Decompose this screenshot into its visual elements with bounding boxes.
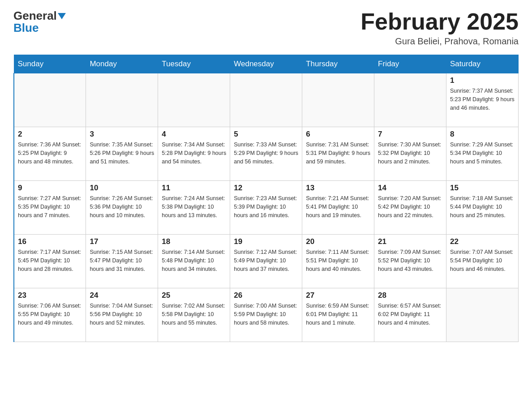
day-info: Sunrise: 7:02 AM Sunset: 5:58 PM Dayligh… [162,302,226,327]
day-number: 13 [306,184,370,193]
day-number: 16 [18,237,82,246]
day-number: 15 [450,184,515,193]
day-info: Sunrise: 7:07 AM Sunset: 5:54 PM Dayligh… [450,248,515,273]
day-number: 6 [306,130,370,139]
header-day-wednesday: Wednesday [230,55,302,73]
calendar-cell [230,73,302,127]
calendar-cell [14,73,86,127]
calendar-cell: 10Sunrise: 7:26 AM Sunset: 5:36 PM Dayli… [86,181,158,235]
title-block: February 2025 Gura Beliei, Prahova, Roma… [360,9,519,47]
day-info: Sunrise: 7:20 AM Sunset: 5:42 PM Dayligh… [378,194,442,219]
day-number: 14 [378,184,442,193]
calendar-cell: 12Sunrise: 7:23 AM Sunset: 5:39 PM Dayli… [230,181,302,235]
day-number: 5 [234,130,298,139]
day-info: Sunrise: 7:09 AM Sunset: 5:52 PM Dayligh… [378,248,442,273]
logo-triangle-icon [58,13,66,19]
header-day-sunday: Sunday [14,55,86,73]
day-info: Sunrise: 7:18 AM Sunset: 5:44 PM Dayligh… [450,194,515,219]
calendar-cell: 22Sunrise: 7:07 AM Sunset: 5:54 PM Dayli… [446,235,519,288]
day-number: 3 [90,130,154,139]
day-number: 23 [18,291,82,300]
page-header: General Blue February 2025 Gura Beliei, … [13,9,519,47]
calendar-cell: 8Sunrise: 7:29 AM Sunset: 5:34 PM Daylig… [446,127,519,181]
calendar-cell: 23Sunrise: 7:06 AM Sunset: 5:55 PM Dayli… [14,288,86,342]
day-info: Sunrise: 7:33 AM Sunset: 5:29 PM Dayligh… [234,141,298,166]
day-info: Sunrise: 7:23 AM Sunset: 5:39 PM Dayligh… [234,194,298,219]
calendar-cell: 3Sunrise: 7:35 AM Sunset: 5:26 PM Daylig… [86,127,158,181]
calendar-body: 1Sunrise: 7:37 AM Sunset: 5:23 PM Daylig… [14,73,519,342]
calendar-cell: 25Sunrise: 7:02 AM Sunset: 5:58 PM Dayli… [158,288,230,342]
week-row-4: 16Sunrise: 7:17 AM Sunset: 5:45 PM Dayli… [14,235,519,288]
day-number: 9 [18,184,82,193]
week-row-3: 9Sunrise: 7:27 AM Sunset: 5:35 PM Daylig… [14,181,519,235]
day-info: Sunrise: 7:00 AM Sunset: 5:59 PM Dayligh… [234,302,298,327]
day-info: Sunrise: 7:31 AM Sunset: 5:31 PM Dayligh… [306,141,370,166]
calendar-cell: 1Sunrise: 7:37 AM Sunset: 5:23 PM Daylig… [446,73,519,127]
month-title: February 2025 [360,9,519,34]
calendar-cell: 7Sunrise: 7:30 AM Sunset: 5:32 PM Daylig… [374,127,446,181]
calendar-cell [86,73,158,127]
location-title: Gura Beliei, Prahova, Romania [360,36,519,47]
header-row: SundayMondayTuesdayWednesdayThursdayFrid… [14,55,519,73]
header-day-thursday: Thursday [302,55,374,73]
day-number: 24 [90,291,154,300]
header-day-monday: Monday [86,55,158,73]
day-number: 10 [90,184,154,193]
day-info: Sunrise: 7:30 AM Sunset: 5:32 PM Dayligh… [378,141,442,166]
day-number: 27 [306,291,370,300]
calendar-cell: 14Sunrise: 7:20 AM Sunset: 5:42 PM Dayli… [374,181,446,235]
logo: General Blue [13,9,66,35]
week-row-5: 23Sunrise: 7:06 AM Sunset: 5:55 PM Dayli… [14,288,519,342]
day-info: Sunrise: 7:04 AM Sunset: 5:56 PM Dayligh… [90,302,154,327]
day-number: 21 [378,237,442,246]
day-number: 25 [162,291,226,300]
calendar-cell [446,288,519,342]
day-number: 4 [162,130,226,139]
calendar-header: SundayMondayTuesdayWednesdayThursdayFrid… [14,55,519,73]
calendar-cell: 24Sunrise: 7:04 AM Sunset: 5:56 PM Dayli… [86,288,158,342]
day-number: 26 [234,291,298,300]
calendar-cell: 4Sunrise: 7:34 AM Sunset: 5:28 PM Daylig… [158,127,230,181]
calendar-cell: 19Sunrise: 7:12 AM Sunset: 5:49 PM Dayli… [230,235,302,288]
week-row-2: 2Sunrise: 7:36 AM Sunset: 5:25 PM Daylig… [14,127,519,181]
calendar-cell: 2Sunrise: 7:36 AM Sunset: 5:25 PM Daylig… [14,127,86,181]
day-info: Sunrise: 7:14 AM Sunset: 5:48 PM Dayligh… [162,248,226,273]
day-number: 1 [450,76,515,85]
day-number: 20 [306,237,370,246]
calendar-cell [302,73,374,127]
day-info: Sunrise: 7:35 AM Sunset: 5:26 PM Dayligh… [90,141,154,166]
day-number: 2 [18,130,82,139]
calendar-cell: 17Sunrise: 7:15 AM Sunset: 5:47 PM Dayli… [86,235,158,288]
day-info: Sunrise: 7:17 AM Sunset: 5:45 PM Dayligh… [18,248,82,273]
calendar-cell: 21Sunrise: 7:09 AM Sunset: 5:52 PM Dayli… [374,235,446,288]
day-info: Sunrise: 7:11 AM Sunset: 5:51 PM Dayligh… [306,248,370,273]
calendar-cell: 5Sunrise: 7:33 AM Sunset: 5:29 PM Daylig… [230,127,302,181]
day-info: Sunrise: 7:24 AM Sunset: 5:38 PM Dayligh… [162,194,226,219]
header-day-tuesday: Tuesday [158,55,230,73]
day-info: Sunrise: 7:21 AM Sunset: 5:41 PM Dayligh… [306,194,370,219]
header-day-saturday: Saturday [446,55,519,73]
day-info: Sunrise: 7:12 AM Sunset: 5:49 PM Dayligh… [234,248,298,273]
day-number: 17 [90,237,154,246]
day-info: Sunrise: 7:15 AM Sunset: 5:47 PM Dayligh… [90,248,154,273]
day-info: Sunrise: 6:59 AM Sunset: 6:01 PM Dayligh… [306,302,370,327]
calendar-cell [374,73,446,127]
day-number: 28 [378,291,442,300]
day-number: 12 [234,184,298,193]
day-info: Sunrise: 7:37 AM Sunset: 5:23 PM Dayligh… [450,87,515,112]
day-info: Sunrise: 7:06 AM Sunset: 5:55 PM Dayligh… [18,302,82,327]
calendar-table: SundayMondayTuesdayWednesdayThursdayFrid… [13,55,519,342]
day-info: Sunrise: 7:27 AM Sunset: 5:35 PM Dayligh… [18,194,82,219]
logo-line2: Blue [13,21,39,35]
calendar-cell: 18Sunrise: 7:14 AM Sunset: 5:48 PM Dayli… [158,235,230,288]
day-info: Sunrise: 7:36 AM Sunset: 5:25 PM Dayligh… [18,141,82,166]
calendar-cell: 13Sunrise: 7:21 AM Sunset: 5:41 PM Dayli… [302,181,374,235]
day-info: Sunrise: 7:34 AM Sunset: 5:28 PM Dayligh… [162,141,226,166]
day-number: 22 [450,237,515,246]
day-info: Sunrise: 7:26 AM Sunset: 5:36 PM Dayligh… [90,194,154,219]
day-info: Sunrise: 7:29 AM Sunset: 5:34 PM Dayligh… [450,141,515,166]
day-number: 19 [234,237,298,246]
calendar-cell: 16Sunrise: 7:17 AM Sunset: 5:45 PM Dayli… [14,235,86,288]
calendar-cell [158,73,230,127]
calendar-cell: 6Sunrise: 7:31 AM Sunset: 5:31 PM Daylig… [302,127,374,181]
